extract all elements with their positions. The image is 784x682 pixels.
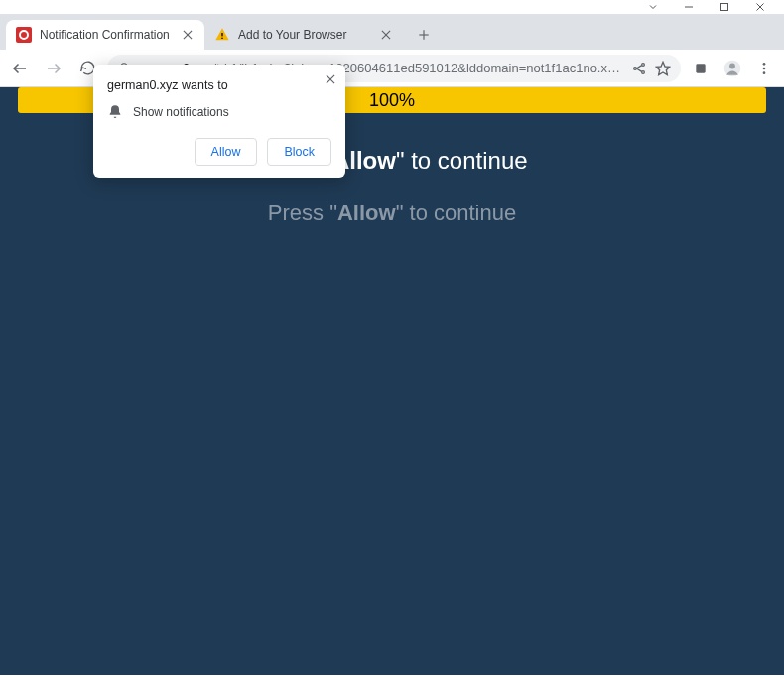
toolbar-right-icons (687, 55, 778, 82)
svg-point-23 (763, 71, 766, 74)
bell-icon (107, 104, 123, 120)
share-icon[interactable] (631, 61, 647, 76)
profile-avatar-icon[interactable] (719, 55, 746, 82)
block-button[interactable]: Block (267, 138, 331, 166)
forward-button[interactable] (40, 55, 67, 82)
svg-point-14 (634, 67, 637, 69)
svg-rect-1 (721, 4, 728, 11)
favicon-red-icon (16, 27, 32, 43)
frame-bottom (0, 675, 784, 681)
tab-bar: Notification Confirmation Add to Your Br… (0, 14, 784, 50)
back-button[interactable] (6, 55, 34, 82)
caret-down-icon[interactable] (647, 1, 659, 13)
tab-title: Notification Confirmation (40, 28, 173, 42)
popup-close-icon[interactable] (324, 72, 337, 86)
svg-point-22 (763, 67, 766, 69)
allow-button[interactable]: Allow (195, 138, 258, 166)
svg-marker-17 (656, 62, 669, 74)
tab-close-icon[interactable] (379, 28, 393, 42)
svg-point-16 (642, 70, 645, 73)
tab-close-icon[interactable] (181, 28, 195, 42)
svg-rect-7 (221, 38, 222, 39)
popup-origin-text: german0.xyz wants to (107, 78, 331, 92)
bookmark-star-icon[interactable] (655, 61, 671, 76)
favicon-warning-icon (214, 27, 230, 43)
popup-permission-label: Show notifications (133, 105, 229, 119)
new-tab-button[interactable] (409, 20, 439, 50)
svg-point-15 (642, 63, 645, 66)
popup-buttons: Allow Block (107, 138, 331, 166)
tab-title: Add to Your Browser (238, 28, 371, 42)
svg-rect-18 (696, 64, 705, 72)
svg-point-20 (729, 63, 735, 68)
window-close-button[interactable] (754, 1, 766, 13)
window-controls (0, 0, 784, 14)
svg-rect-6 (221, 33, 222, 36)
svg-point-21 (763, 63, 766, 66)
kebab-menu-icon[interactable] (750, 55, 778, 82)
extensions-icon[interactable] (687, 55, 715, 82)
maximize-button[interactable] (719, 1, 730, 13)
headline-secondary: Press "Allow" to continue (0, 201, 784, 226)
popup-permission-row: Show notifications (107, 104, 331, 120)
tab-notification-confirmation[interactable]: Notification Confirmation (6, 20, 204, 50)
notification-permission-popup: german0.xyz wants to Show notifications … (93, 65, 345, 178)
minimize-button[interactable] (683, 1, 695, 13)
tab-add-to-your-browser[interactable]: Add to Your Browser (204, 20, 403, 50)
progress-label: 100% (369, 90, 415, 111)
